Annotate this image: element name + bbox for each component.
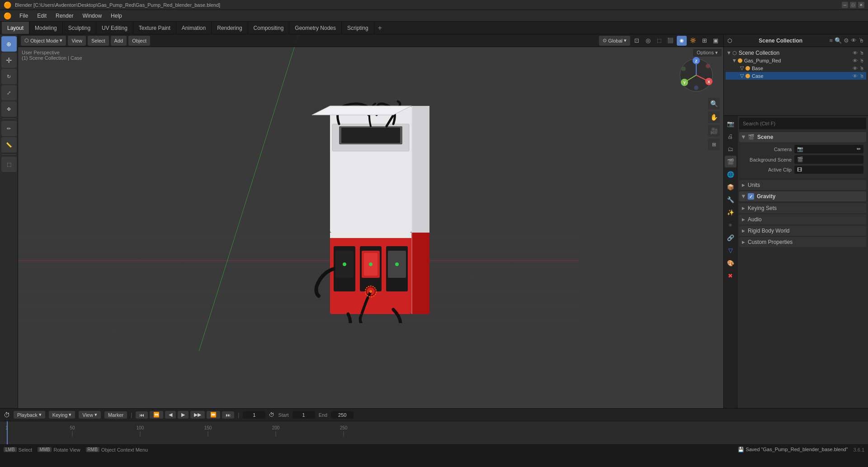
tab-layout[interactable]: Layout <box>2 22 29 34</box>
camera-edit-icon[interactable]: ✏ <box>857 146 861 152</box>
camera-value[interactable]: 📷 ✏ <box>794 145 863 153</box>
mode-selector[interactable]: ⬡ Object Mode ▾ <box>21 36 66 46</box>
prop-icon-constraints[interactable]: 🔗 <box>725 232 736 243</box>
tab-geometry-nodes[interactable]: Geometry Nodes <box>289 22 342 34</box>
pump-eye-icon[interactable]: 👁 <box>853 58 858 63</box>
tab-texture-paint[interactable]: Texture Paint <box>133 22 176 34</box>
properties-search-input[interactable] <box>739 118 866 129</box>
scale-tool[interactable]: ⤢ <box>1 85 17 100</box>
playback-btn[interactable]: Playback ▾ <box>14 411 45 419</box>
next-frame-btn[interactable]: ▶▶ <box>190 411 205 419</box>
solid-mode-btn[interactable]: ⬛ <box>665 36 675 46</box>
transform-tool[interactable]: ✥ <box>1 101 17 117</box>
tab-compositing[interactable]: Compositing <box>248 22 290 34</box>
prop-icon-output[interactable]: 🖨 <box>725 130 736 142</box>
pan-tool-btn[interactable]: ✋ <box>708 111 720 123</box>
xray-toggle[interactable]: ▣ <box>711 36 721 46</box>
gravity-checkbox[interactable]: ✓ <box>748 193 754 200</box>
outliner-filter-icon[interactable]: ≡ <box>829 37 833 44</box>
case-eye-icon[interactable]: 👁 <box>853 73 858 79</box>
view-btn[interactable]: View ▾ <box>79 411 101 419</box>
timeline-ruler[interactable]: 1 50 100 150 200 250 <box>0 421 868 444</box>
cursor-tool[interactable]: ⊕ <box>1 36 17 52</box>
tab-uv-editing[interactable]: UV Editing <box>96 22 133 34</box>
current-frame-input[interactable]: 1 <box>243 411 265 419</box>
marker-btn[interactable]: Marker <box>104 411 127 419</box>
outliner-item-scene-collection[interactable]: ▶ ⬡ Scene Collection 👁 🖱 <box>726 49 866 57</box>
wireframe-mode-btn[interactable]: ⬚ <box>654 36 664 46</box>
custom-properties-section[interactable]: ▶ Custom Properties <box>739 237 866 247</box>
viewport[interactable]: ⬡ Object Mode ▾ View Select Add Object ⊙… <box>18 34 723 408</box>
outliner-item-case[interactable]: ▽ Case 👁 🖱 <box>726 72 866 80</box>
camera-view-btn[interactable]: ⊞ <box>708 138 720 150</box>
prop-icon-particles[interactable]: ✨ <box>725 206 736 218</box>
prop-icon-data[interactable]: ▽ <box>725 244 736 256</box>
annotate-tool[interactable]: ✏ <box>1 121 17 136</box>
scene-section-header[interactable]: ▶ 🎬 Scene <box>739 132 866 142</box>
vis-cursor-icon[interactable]: 🖱 <box>859 50 864 56</box>
base-cursor-icon[interactable]: 🖱 <box>859 66 864 71</box>
outliner-item-base[interactable]: ▽ Base 👁 🖱 <box>726 64 866 72</box>
case-cursor-icon[interactable]: 🖱 <box>859 73 864 79</box>
rotate-tool[interactable]: ↻ <box>1 69 17 84</box>
outliner-filter2-icon[interactable]: ⚙ <box>844 37 849 44</box>
pump-cursor-icon[interactable]: 🖱 <box>859 58 864 63</box>
jump-to-end-btn[interactable]: ⏭ <box>222 411 234 419</box>
menu-edit[interactable]: Edit <box>33 10 51 21</box>
tab-modeling[interactable]: Modeling <box>29 22 63 34</box>
prev-frame-btn[interactable]: ◀ <box>165 411 176 419</box>
material-mode-btn[interactable]: ◉ <box>677 36 687 46</box>
outliner-vis-icon[interactable]: 👁 <box>851 37 857 44</box>
select-menu-btn[interactable]: Select <box>88 36 109 46</box>
gravity-section-header[interactable]: ▶ ✓ Gravity <box>739 191 866 201</box>
render-mode-btn[interactable]: 🔆 <box>688 36 698 46</box>
vis-eye-icon[interactable]: 👁 <box>853 50 858 56</box>
object-menu-btn[interactable]: Object <box>128 36 150 46</box>
navigation-gizmo[interactable]: Z X Y <box>678 57 714 93</box>
end-frame-input[interactable]: 250 <box>331 411 354 419</box>
move-tool[interactable]: ✛ <box>1 52 17 68</box>
prev-keyframe-btn[interactable]: ⏪ <box>150 411 163 419</box>
zoom-tool-btn[interactable]: 🎥 <box>708 125 720 137</box>
outliner-item-gas-pump[interactable]: ▶ Gas_Pump_Red 👁 🖱 <box>726 57 866 64</box>
tab-scripting[interactable]: Scripting <box>342 22 374 34</box>
tab-rendering[interactable]: Rendering <box>212 22 248 34</box>
play-btn[interactable]: ▶ <box>178 411 189 419</box>
outliner-search-icon[interactable]: 🔍 <box>835 37 842 44</box>
global-local-toggle[interactable]: ⊙ Global ▾ <box>599 36 630 46</box>
maximize-button[interactable]: □ <box>850 2 856 8</box>
search-tool-btn[interactable]: 🔍 <box>708 98 720 110</box>
keying-sets-section[interactable]: ▶ Keying Sets <box>739 203 866 213</box>
close-button[interactable]: ✕ <box>858 2 864 8</box>
snap-button[interactable]: ⊡ <box>632 36 642 46</box>
menu-file[interactable]: File <box>15 10 33 21</box>
active-clip-value[interactable]: 🎞 <box>794 166 863 174</box>
tab-animation[interactable]: Animation <box>176 22 212 34</box>
outliner-select-icon[interactable]: 🖱 <box>859 37 864 44</box>
prop-icon-world[interactable]: 🌐 <box>725 168 736 180</box>
start-frame-input[interactable]: 1 <box>292 411 315 419</box>
keying-btn[interactable]: Keying ▾ <box>49 411 75 419</box>
add-workspace-button[interactable]: + <box>374 22 386 34</box>
viewport-options-button[interactable]: Options ▾ <box>693 49 722 57</box>
background-scene-value[interactable]: 🎬 <box>794 155 863 164</box>
prop-icon-physics[interactable]: ⚛ <box>725 219 736 231</box>
view-menu-btn[interactable]: View <box>68 36 86 46</box>
prop-icon-object[interactable]: 📦 <box>725 181 736 193</box>
base-eye-icon[interactable]: 👁 <box>853 66 858 71</box>
prop-icon-render[interactable]: 📷 <box>725 118 736 129</box>
menu-window[interactable]: Window <box>78 10 106 21</box>
prop-icon-view-layer[interactable]: 🗂 <box>725 143 736 155</box>
menu-render[interactable]: Render <box>51 10 78 21</box>
proportional-edit-button[interactable]: ◎ <box>643 36 653 46</box>
menu-help[interactable]: Help <box>106 10 127 21</box>
prop-icon-scripting[interactable]: ✖ <box>725 270 736 281</box>
minimize-button[interactable]: ─ <box>842 2 848 8</box>
next-keyframe-btn[interactable]: ⏩ <box>207 411 220 419</box>
rigid-body-world-section[interactable]: ▶ Rigid Body World <box>739 226 866 236</box>
tab-sculpting[interactable]: Sculpting <box>63 22 96 34</box>
overlay-toggle[interactable]: ⊞ <box>699 36 709 46</box>
units-section[interactable]: ▶ Units <box>739 180 866 190</box>
extra-tool[interactable]: ⬚ <box>1 157 17 172</box>
measure-tool[interactable]: 📏 <box>1 137 17 152</box>
